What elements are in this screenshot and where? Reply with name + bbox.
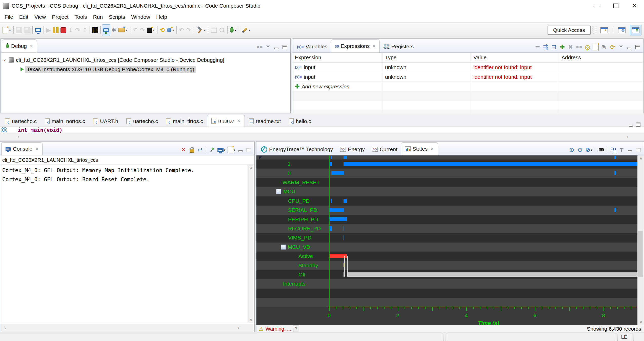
minimize-button[interactable] xyxy=(627,147,633,153)
step-into-button[interactable]: ↧ xyxy=(67,25,74,36)
editor-tab-hello-c[interactable]: hello.c xyxy=(285,116,315,127)
close-icon[interactable]: ✕ xyxy=(372,44,376,49)
editor-code-sliver[interactable]: int main(void) xyxy=(0,127,644,133)
console-output[interactable]: Cortex_M4_0: GEL Output: Memory Map Init… xyxy=(0,165,254,185)
show-type-names-button[interactable]: ≔ xyxy=(534,44,540,50)
minimize-button[interactable] xyxy=(237,147,244,153)
menu-scripts[interactable]: Scripts xyxy=(106,13,128,21)
chevron-down-icon[interactable]: ▾ xyxy=(249,28,250,32)
show-hierarchy-button[interactable] xyxy=(610,147,616,153)
chart-vertical-scrollbar[interactable]: ∧∨ xyxy=(637,155,644,325)
terminate-button[interactable] xyxy=(59,25,67,36)
refresh-button[interactable]: ⟳ xyxy=(610,44,616,50)
maximize-button[interactable] xyxy=(635,44,641,50)
chevron-down-icon[interactable]: ▾ xyxy=(126,28,128,32)
scroll-up-icon[interactable]: ∧ xyxy=(638,156,644,161)
collapse-icon[interactable]: − xyxy=(281,245,286,250)
add-expression-button[interactable]: ✚ xyxy=(559,44,565,50)
step-over-button[interactable]: ↷ xyxy=(74,25,81,36)
editor-tab-uartecho-c[interactable]: uartecho.c xyxy=(122,116,162,127)
status-drag-handle[interactable] xyxy=(615,334,618,340)
forward-button[interactable]: ↷ xyxy=(185,25,192,36)
suspend-button[interactable] xyxy=(52,25,59,36)
save-button[interactable] xyxy=(15,25,23,36)
view-menu-button[interactable] xyxy=(618,44,624,50)
expression-row[interactable]: (x)=inputunknownidentifier not found: in… xyxy=(292,63,643,72)
clear-console-button[interactable]: ✕ xyxy=(180,147,187,153)
tab-energytrace-technology[interactable]: EnergyTrace™ Technology xyxy=(257,144,336,155)
close-icon[interactable]: ✕ xyxy=(430,146,434,152)
editor-tab-UART-h[interactable]: UART.h xyxy=(89,116,122,127)
chevron-down-icon[interactable]: ▾ xyxy=(591,148,592,152)
scroll-left-icon[interactable]: ‹ xyxy=(4,325,6,330)
close-window-button[interactable]: ✕ xyxy=(625,0,644,12)
collapse-all-icon[interactable] xyxy=(259,156,262,159)
console-horizontal-scrollbar[interactable]: ‹ › xyxy=(0,324,254,332)
editor-tab-main_nortos-c[interactable]: main_nortos.c xyxy=(41,116,89,127)
debug-button[interactable]: ▾ xyxy=(229,25,237,36)
minimize-window-button[interactable]: — xyxy=(588,0,607,12)
open-perspective-button[interactable]: ✦ xyxy=(599,25,610,35)
new-file-button[interactable]: ▾ xyxy=(2,25,12,36)
scroll-right-icon[interactable]: › xyxy=(627,133,628,139)
scrollbar-thumb[interactable] xyxy=(638,231,643,277)
step-back-over-button[interactable]: ↷ xyxy=(139,25,146,36)
state-row-label[interactable]: −MCU xyxy=(276,187,295,196)
open-console-button[interactable]: ▾ xyxy=(228,147,235,153)
debug-tree-item[interactable]: ∨cli_ftd_CC26X2R1_LAUNCHXL_tirtos_ccs [C… xyxy=(1,55,290,65)
scroll-down-icon[interactable]: ∨ xyxy=(248,318,254,322)
load-program-button[interactable]: ▾ xyxy=(117,25,129,36)
tab-console[interactable]: Console ✕ xyxy=(1,142,43,155)
pin-console-button[interactable] xyxy=(209,147,215,153)
view-menu-button[interactable] xyxy=(265,44,271,50)
quick-access-box[interactable]: Quick Access xyxy=(548,26,591,35)
target-configurations-button[interactable]: ✱ xyxy=(110,25,117,36)
column-header-type[interactable]: Type xyxy=(383,53,471,62)
state-row-label[interactable]: −MCU_VD xyxy=(281,243,310,252)
expression-row[interactable]: ✚Add new expression xyxy=(292,82,643,91)
tab-current[interactable]: Current xyxy=(368,144,401,155)
ccs-debug-perspective-button[interactable]: ✿ xyxy=(630,25,641,35)
view-registers-button[interactable] xyxy=(91,25,99,36)
collapse-all-button[interactable]: ⊟ xyxy=(551,44,557,50)
menu-edit[interactable]: Edit xyxy=(16,13,31,21)
cpu-reset-button[interactable]: ▾ xyxy=(166,25,175,36)
status-drag-handle[interactable] xyxy=(443,334,446,340)
remove-expression-button[interactable]: ✖ xyxy=(568,44,574,50)
maximize-button[interactable] xyxy=(282,44,288,50)
collapse-icon[interactable]: − xyxy=(276,189,281,194)
chevron-down-icon[interactable]: ▾ xyxy=(224,148,226,152)
close-icon[interactable]: ✕ xyxy=(30,44,33,49)
editor-tab-main_tirtos-c[interactable]: main_tirtos.c xyxy=(162,116,207,127)
word-wrap-button[interactable]: ↵ xyxy=(197,147,203,153)
open-element-button[interactable] xyxy=(218,25,226,36)
debug-tree-item[interactable]: Texas Instruments XDS110 USB Debug Probe… xyxy=(1,65,290,74)
remove-all-terminated-button[interactable]: ✖✖ xyxy=(256,44,263,50)
editor-horizontal-scrollbar[interactable]: ‹ › xyxy=(0,133,644,141)
tab-expressions[interactable]: 6͟0͟Expressions✕ xyxy=(331,39,380,52)
states-chart[interactable]: 210WARM_RESET−MCUCPU_PDSERIAL_PDPERIPH_P… xyxy=(256,155,644,325)
connect-target-button[interactable] xyxy=(102,24,110,36)
new-expressions-view-button[interactable] xyxy=(593,44,599,50)
editor-tab-uartecho-c[interactable]: uartecho.c xyxy=(1,116,41,127)
ccs-edit-perspective-button[interactable]: ◍ xyxy=(616,25,627,35)
menu-view[interactable]: View xyxy=(31,13,49,21)
build-button[interactable]: ▾ xyxy=(195,25,207,36)
maximize-window-button[interactable] xyxy=(607,0,625,12)
tab-debug[interactable]: Debug ✕ xyxy=(2,39,37,52)
number-format-button[interactable]: ◎ xyxy=(585,44,591,50)
editor-tab-readme-txt[interactable]: readme.txt xyxy=(245,116,285,127)
scroll-lock-button[interactable] xyxy=(189,147,195,153)
show-logical-structure-button[interactable]: ⇶ xyxy=(542,44,549,50)
save-all-button[interactable] xyxy=(23,25,31,36)
menu-file[interactable]: File xyxy=(2,13,16,21)
maximize-button[interactable] xyxy=(635,147,641,153)
resume-button[interactable]: ▶ xyxy=(45,25,52,36)
add-icon[interactable]: ✚ xyxy=(295,83,299,90)
status-drag-handle[interactable] xyxy=(631,334,634,340)
back-button[interactable]: ↶ xyxy=(178,25,185,36)
maximize-button[interactable] xyxy=(246,147,252,153)
close-icon[interactable]: ✕ xyxy=(35,146,39,152)
warning-text[interactable]: Warning: ... xyxy=(266,326,291,332)
scroll-right-icon[interactable]: › xyxy=(238,325,239,330)
